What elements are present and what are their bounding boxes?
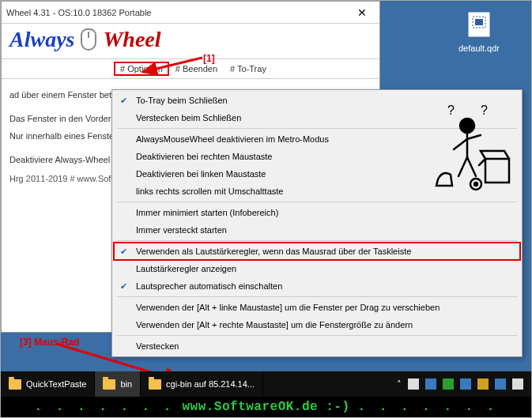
- options-dropdown: To-Tray beim SchließenVerstecken beim Sc…: [111, 89, 523, 357]
- taskbar-button-label: bin: [120, 379, 132, 389]
- menu-item[interactable]: Immer minimiert starten (Infobereich): [114, 204, 520, 221]
- arrow-to-options: [135, 55, 206, 78]
- tray-icon[interactable]: [460, 378, 471, 390]
- tray-icon[interactable]: [443, 378, 454, 390]
- taskbar-button[interactable]: cgi-bin auf 85.214.14...: [141, 371, 263, 397]
- taskbar-button-label: QuickTextPaste: [26, 379, 86, 389]
- menu-separator: [117, 296, 517, 297]
- menu-item[interactable]: Verwenden als Lautstärkeregler, wenn das…: [114, 243, 520, 260]
- tray-icon[interactable]: [408, 378, 419, 390]
- menu-item[interactable]: AlwaysMouseWheel deaktivieren im Metro-M…: [114, 130, 520, 148]
- menu-item[interactable]: To-Tray beim Schließen: [114, 92, 520, 109]
- svg-line-3: [143, 58, 202, 72]
- svg-rect-2: [475, 19, 483, 25]
- menu-item[interactable]: Verstecken beim Schließen: [114, 109, 520, 126]
- tray-icon[interactable]: [495, 378, 506, 390]
- menu-item[interactable]: Lautsprecher automatisch einschalten: [114, 277, 520, 295]
- system-tray[interactable]: ˄: [389, 378, 531, 390]
- taskbar[interactable]: QuickTextPastebincgi-bin auf 85.214.14..…: [1, 371, 531, 397]
- watermark-dots: . . . . . . .: [350, 400, 498, 414]
- brand-header: Always Wheel: [2, 24, 379, 58]
- menu-separator: [117, 201, 517, 202]
- menu-separator: [117, 240, 517, 241]
- tray-chevron-icon[interactable]: ˄: [397, 379, 402, 390]
- folder-icon: [103, 379, 115, 390]
- tray-icon[interactable]: [477, 378, 489, 390]
- menu-item[interactable]: Verstecken: [114, 337, 520, 355]
- desktop-icon-default-qdr[interactable]: default.qdr: [451, 9, 507, 53]
- mouse-icon: [81, 28, 96, 51]
- taskbar-button[interactable]: bin: [95, 371, 141, 397]
- taskbar-button-label: cgi-bin auf 85.214.14...: [166, 379, 255, 389]
- desktop-icon-label: default.qdr: [451, 43, 507, 53]
- desktop-background: default.qdr Wheel 4.31 - OS:10.0 18362 P…: [0, 0, 532, 418]
- menu-item[interactable]: Deaktivieren bei rechten Maustaste: [114, 148, 520, 165]
- menu-separator: [117, 128, 517, 129]
- file-icon: [463, 9, 495, 40]
- window-title: Wheel 4.31 - OS:10.0 18362 Portable: [6, 8, 151, 17]
- menu-separator: [117, 335, 517, 336]
- menu-item[interactable]: Verwenden der [Alt + linke Maustaste] um…: [114, 299, 520, 316]
- tray-icon[interactable]: [512, 378, 523, 390]
- taskbar-button[interactable]: QuickTextPaste: [1, 371, 95, 397]
- watermark-dots: . . . . . . .: [35, 400, 183, 414]
- brand-wheel-text: Wheel: [103, 27, 160, 52]
- close-button[interactable]: ✕: [346, 2, 378, 23]
- tray-icon[interactable]: [425, 378, 436, 390]
- brand-always-text: Always: [9, 27, 74, 52]
- menu-item[interactable]: Immer versteckt starten: [114, 221, 520, 239]
- watermark-bar: . . . . . . . www.SoftwareOK.de :-) . . …: [1, 397, 531, 417]
- folder-icon: [149, 379, 161, 390]
- menu-item[interactable]: Verwenden der [Alt + rechte Maustaste] u…: [114, 316, 520, 333]
- menu-item[interactable]: Deaktivieren bei linken Maustaste: [114, 165, 520, 183]
- menu-item[interactable]: links rechts scrollen mit Umschalttaste: [114, 183, 520, 200]
- titlebar[interactable]: Wheel 4.31 - OS:10.0 18362 Portable ✕: [2, 2, 379, 24]
- watermark-text: www.SoftwareOK.de :-): [182, 400, 349, 414]
- folder-icon: [9, 379, 21, 390]
- menu-item[interactable]: Lautstärkeregler anzeigen: [114, 260, 520, 277]
- menu-totray[interactable]: # To-Tray: [224, 62, 273, 76]
